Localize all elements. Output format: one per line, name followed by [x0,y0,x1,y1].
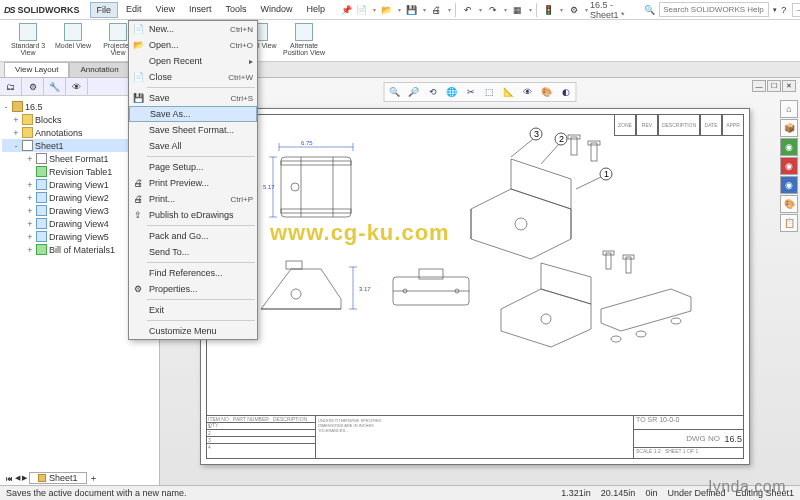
redo-icon[interactable]: ↷ [485,2,501,18]
save-dropdown-icon[interactable]: ▾ [423,6,426,13]
menu-item-print[interactable]: 🖨Print...Ctrl+P [129,191,257,207]
new-dropdown-icon[interactable]: ▾ [373,6,376,13]
ribbon-model-view[interactable]: Model View [51,22,95,50]
view-tool-icon[interactable]: 📐 [501,85,517,99]
config-tab-icon[interactable]: 🔧 [44,78,66,95]
menu-insert[interactable]: Insert [183,2,218,18]
menu-window[interactable]: Window [254,2,298,18]
sheet-tab[interactable]: Sheet1 [29,472,87,484]
drawing-view-1[interactable]: 6.75 5.17 [261,139,371,229]
undo-dropdown-icon[interactable]: ▾ [479,6,482,13]
view-tool-icon[interactable]: 🔎 [406,85,422,99]
view-tool-icon[interactable]: 👁 [520,85,536,99]
rebuild-icon[interactable]: 🚦 [541,2,557,18]
open-icon[interactable]: 📂 [379,2,395,18]
drawing-sheet[interactable]: NOTES: ZONE REV DESCRIPTION DATE APPR 6.… [200,108,750,465]
menu-item-page-setup[interactable]: Page Setup... [129,159,257,175]
view-tool-icon[interactable]: ✂ [463,85,479,99]
drawing-view-5[interactable] [491,249,701,359]
menu-item-icon [131,266,145,280]
custom-props-icon[interactable]: 📋 [780,214,798,232]
options-icon[interactable]: ⚙ [566,2,582,18]
file-explorer-icon[interactable]: ◉ [780,157,798,175]
view-tool-icon[interactable]: ◐ [558,85,574,99]
view-tool-icon[interactable]: ⟲ [425,85,441,99]
menu-item-save-all[interactable]: Save All [129,138,257,154]
menu-item-icon [131,245,145,259]
sheet-icon [38,474,46,482]
menu-item-save[interactable]: 💾SaveCtrl+S [129,90,257,106]
add-sheet-icon[interactable]: ＋ [89,472,98,485]
options-dropdown-icon[interactable]: ▾ [585,6,588,13]
search-dropdown-icon[interactable]: ▾ [773,6,777,14]
view-tool-icon[interactable]: 🔍 [387,85,403,99]
menu-tools[interactable]: Tools [219,2,252,18]
sheet-tab-label: Sheet1 [49,473,78,483]
view-tool-icon[interactable]: ⬚ [482,85,498,99]
sheet-nav-first-icon[interactable]: ⏮ [6,475,13,482]
menu-edit[interactable]: Edit [120,2,148,18]
menu-view[interactable]: View [150,2,181,18]
ribbon-standard-3-view[interactable]: Standard 3 View [6,22,50,57]
menu-item-send-to[interactable]: Send To... [129,244,257,260]
search-input[interactable] [659,2,769,17]
design-library-icon[interactable]: ◉ [780,138,798,156]
menu-item-find-references[interactable]: Find References... [129,265,257,281]
save-icon[interactable]: 💾 [404,2,420,18]
help-icon[interactable]: ? [781,5,786,15]
sheet-tabs: ⏮ ◀ ▶ Sheet1 ＋ [6,471,98,485]
view-palette-icon[interactable]: ◉ [780,176,798,194]
menu-item-customize-menu[interactable]: Customize Menu [129,323,257,339]
svg-line-36 [541,144,559,164]
resources-icon[interactable]: 📦 [780,119,798,137]
menu-item-publish-to-edrawings[interactable]: ⇪Publish to eDrawings [129,207,257,223]
menu-item-open-recent[interactable]: Open Recent▸ [129,53,257,69]
menu-file[interactable]: File [90,2,119,18]
print-icon[interactable]: 🖨 [429,2,445,18]
pin-icon[interactable]: 📌 [341,5,352,15]
sheet-nav-prev-icon[interactable]: ◀ [15,474,20,482]
menu-item-icon [131,324,145,338]
menu-item-open[interactable]: 📂Open...Ctrl+O [129,37,257,53]
menu-item-save-sheet-format[interactable]: Save Sheet Format... [129,122,257,138]
undo-icon[interactable]: ↶ [460,2,476,18]
menu-item-print-preview[interactable]: 🖨Print Preview... [129,175,257,191]
print-dropdown-icon[interactable]: ▾ [448,6,451,13]
mdi-restore-icon[interactable]: ☐ [767,80,781,92]
tab-annotation[interactable]: Annotation [69,62,129,77]
svg-rect-31 [591,143,597,161]
workspace: 🗂 ⚙ 🔧 👁 - 16.5+ Blocks+ Annotations- She… [0,78,800,485]
display-tab-icon[interactable]: 👁 [66,78,88,95]
drawing-view-3[interactable] [381,259,481,319]
menu-item-close[interactable]: 📄CloseCtrl+W [129,69,257,85]
home-icon[interactable]: ⌂ [780,100,798,118]
open-dropdown-icon[interactable]: ▾ [398,6,401,13]
menu-help[interactable]: Help [300,2,331,18]
menu-item-new[interactable]: 📄New...Ctrl+N [129,21,257,37]
menu-item-icon: 💾 [131,91,145,105]
ribbon-alternate-position-view[interactable]: Alternate Position View [282,22,326,57]
menu-item-save-as[interactable]: Save As... [129,106,257,122]
minimize-button[interactable]: — [792,3,800,17]
select-dropdown-icon[interactable]: ▾ [529,6,532,13]
drawing-view-2[interactable]: 3.17 [241,249,381,329]
menu-item-pack-and-go[interactable]: Pack and Go... [129,228,257,244]
view-tool-icon[interactable]: 🎨 [539,85,555,99]
property-tab-icon[interactable]: ⚙ [22,78,44,95]
menu-item-exit[interactable]: Exit [129,302,257,318]
sheet-nav-next-icon[interactable]: ▶ [22,474,27,482]
feature-tree-tab-icon[interactable]: 🗂 [0,78,22,95]
mdi-min-icon[interactable]: — [752,80,766,92]
select-icon[interactable]: ▦ [510,2,526,18]
menu-item-shortcut: Ctrl+S [231,94,253,103]
redo-dropdown-icon[interactable]: ▾ [504,6,507,13]
drawing-view-4[interactable]: 1 2 3 [441,129,641,259]
dim-text: 6.75 [301,140,313,146]
mdi-close-icon[interactable]: ✕ [782,80,796,92]
appearances-icon[interactable]: 🎨 [780,195,798,213]
new-icon[interactable]: 📄 [354,2,370,18]
tab-view-layout[interactable]: View Layout [4,62,69,77]
rebuild-dropdown-icon[interactable]: ▾ [560,6,563,13]
menu-item-properties[interactable]: ⚙Properties... [129,281,257,297]
view-tool-icon[interactable]: 🌐 [444,85,460,99]
